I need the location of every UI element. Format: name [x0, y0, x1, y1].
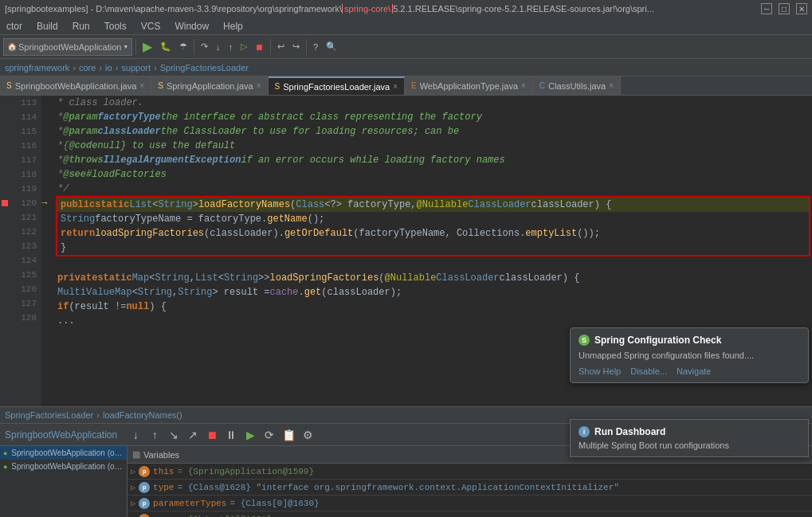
notification-links: Show Help Disable... Navigate: [579, 366, 800, 376]
menu-item-tools[interactable]: Tools: [101, 21, 130, 32]
nav-item-core[interactable]: core: [79, 63, 96, 72]
var-icon-this: p: [139, 466, 150, 477]
debug-step-up[interactable]: ↑: [146, 426, 163, 444]
code-line-123: }: [57, 241, 809, 255]
title-bar: [springbootexamples] - D:\maven\apache-m…: [0, 0, 812, 18]
left-panel: ● SpringbootWebApplication (org.springfr…: [0, 446, 127, 517]
code-line-119: */: [54, 182, 812, 196]
step-over-btn[interactable]: ↷: [198, 37, 211, 57]
code-line-116: * {@code null} to use the default: [54, 139, 812, 153]
undo-btn[interactable]: ↩: [274, 37, 288, 57]
run-dashboard-title: Run Dashboard: [594, 426, 665, 437]
menu-item-vcs[interactable]: VCS: [138, 21, 164, 32]
stop-btn[interactable]: ⏹: [252, 37, 267, 57]
breadcrumb-loader[interactable]: SpringFactoriesLoader: [5, 410, 93, 420]
var-icon-type: p: [139, 482, 150, 493]
var-row-parameter-types[interactable]: ▷ p parameterTypes = {Class[0]@1630}: [127, 495, 812, 511]
var-row-this[interactable]: ▷ p this = {SpringApplication@1599}: [127, 464, 812, 480]
notification-body: Unmapped Spring configuration files foun…: [579, 351, 800, 360]
code-line-125: private static Map<String, List<String>>…: [54, 271, 812, 285]
navigate-link[interactable]: Navigate: [677, 366, 711, 376]
search-btn[interactable]: 🔍: [323, 37, 340, 57]
left-panel-item-1[interactable]: ● SpringbootWebApplication (org.springfr…: [0, 446, 127, 460]
debug-refresh[interactable]: ⟳: [261, 426, 278, 444]
debug-app-name: SpringbootWebApplication: [5, 429, 117, 441]
spring-config-notification: S Spring Configuration Check Unmapped Sp…: [570, 327, 809, 383]
debug-step-into[interactable]: ↘: [165, 426, 182, 444]
debug-gutter: →: [41, 96, 54, 406]
menu-item-run[interactable]: Run: [69, 21, 93, 32]
notification-header: S Spring Configuration Check: [579, 335, 800, 346]
code-line-115: * @param classLoader the ClassLoader to …: [54, 124, 812, 139]
code-line-113: * class loader.: [54, 96, 812, 110]
code-line-128: ...: [54, 314, 812, 328]
debug-buttons: ↓ ↑ ↘ ↗ ⏹ ⏸ ▶ ⟳ 📋 ⚙: [127, 426, 316, 444]
disable-link[interactable]: Disable...: [630, 366, 667, 376]
close-button[interactable]: ✕: [796, 3, 807, 14]
variables-icon: ▦: [132, 449, 140, 460]
minimize-button[interactable]: ─: [761, 3, 772, 14]
nav-item-support[interactable]: support: [121, 63, 151, 72]
debug-stop[interactable]: ⏹: [203, 426, 221, 444]
maximize-button[interactable]: □: [779, 3, 790, 14]
run-dashboard-body: Multiple Spring Boot run configurations: [579, 441, 800, 450]
tab-spring-factories-loader[interactable]: S SpringFactoriesLoader.java ×: [269, 76, 405, 95]
toolbar: 🏠 SpringbootWebApplication ▾ ▶ 🐛 ☂ ↷ ↓ ↑…: [0, 35, 812, 59]
code-line-127: if (result != null) {: [54, 300, 812, 314]
step-into-btn[interactable]: ↓: [213, 37, 224, 57]
var-icon-args: p: [139, 514, 150, 518]
code-line-126: MultiValueMap<String, String> result = c…: [54, 285, 812, 300]
code-line-120: public static List<String> loadFactoryNa…: [57, 198, 809, 212]
toolbar-separator2: [194, 39, 194, 55]
tab-web-app-type[interactable]: E WebApplicationType.java ×: [405, 76, 533, 95]
tab-class-utils[interactable]: C ClassUtils.java ×: [533, 76, 621, 95]
var-row-args[interactable]: ▷ p args = {Object[0]@1631}: [127, 511, 812, 517]
spring-icon: S: [579, 335, 590, 346]
debug-button[interactable]: 🐛: [157, 37, 175, 57]
project-dropdown[interactable]: 🏠 SpringbootWebApplication ▾: [3, 38, 132, 56]
left-panel-item-2[interactable]: ● SpringbootWebApplication (org.springfr…: [0, 460, 127, 473]
toolbar-separator3: [270, 39, 271, 55]
menu-item-ctor[interactable]: ctor: [3, 21, 25, 32]
code-line-118: * @see #loadFactories: [54, 167, 812, 182]
breadcrumb-method[interactable]: loadFactoryNames(): [103, 410, 182, 420]
debug-settings-toolbar[interactable]: ⚙: [299, 426, 316, 444]
debug-step-down[interactable]: ↓: [127, 426, 144, 444]
debug-copy[interactable]: 📋: [280, 426, 297, 444]
run-button[interactable]: ▶: [139, 37, 155, 57]
debug-arrow: →: [41, 196, 54, 210]
editor-tabs: S SpringbootWebApplication.java × S Spri…: [0, 76, 812, 96]
coverage-button[interactable]: ☂: [176, 37, 190, 57]
tab-spring-app[interactable]: S SpringApplication.java ×: [151, 76, 268, 95]
code-line-124: [54, 257, 812, 271]
help-btn[interactable]: ?: [310, 37, 321, 57]
run-dashboard-notification: i Run Dashboard Multiple Spring Boot run…: [570, 419, 809, 457]
menu-item-build[interactable]: Build: [33, 21, 61, 32]
toolbar-separator4: [306, 39, 307, 55]
var-icon-parameter-types: p: [139, 498, 150, 509]
highlighted-method-block: public static List<String> loadFactoryNa…: [56, 196, 810, 257]
resume-btn[interactable]: ▷: [237, 37, 250, 57]
debug-pause[interactable]: ⏸: [222, 426, 240, 444]
nav-bar: springframework › core › io › support › …: [0, 59, 812, 76]
debug-resume[interactable]: ▶: [241, 426, 259, 444]
toolbar-separator: [135, 39, 136, 55]
var-row-type[interactable]: ▷ p type = {Class@1628} "interface org.s…: [127, 480, 812, 495]
show-help-link[interactable]: Show Help: [579, 366, 621, 376]
notification-title: Spring Configuration Check: [594, 335, 721, 346]
step-out-btn[interactable]: ↑: [226, 37, 237, 57]
code-line-114: * @param factoryType the interface or ab…: [54, 110, 812, 124]
title-bar-text: [springbootexamples] - D:\maven\apache-m…: [5, 4, 654, 14]
nav-item-springframework[interactable]: springframework: [5, 63, 69, 72]
menu-item-help[interactable]: Help: [220, 21, 246, 32]
nav-item-loader[interactable]: SpringFactoriesLoader: [160, 63, 249, 72]
line-numbers-gutter: 113 114 115 116 117 118 119 120 121 122 …: [0, 96, 41, 406]
breakpoint-indicator: [2, 200, 8, 206]
code-line-122: return loadSpringFactories(classLoader).…: [57, 226, 809, 241]
debug-step-out[interactable]: ↗: [184, 426, 202, 444]
redo-btn[interactable]: ↪: [289, 37, 303, 57]
nav-item-io[interactable]: io: [105, 63, 112, 72]
menu-item-window[interactable]: Window: [171, 21, 212, 32]
code-line-117: * @throws IllegalArgumentException if an…: [54, 153, 812, 167]
tab-springboot-app[interactable]: S SpringbootWebApplication.java ×: [0, 76, 151, 95]
